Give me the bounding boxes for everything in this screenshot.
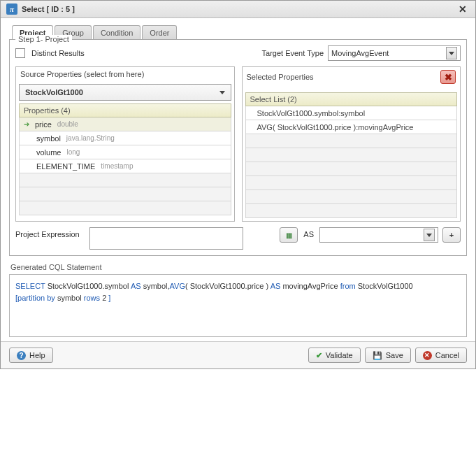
select-list-header: Select List (2) [245, 92, 458, 106]
calculator-icon: ▦ [286, 231, 292, 239]
property-type: timestamp [101, 162, 133, 170]
properties-header: Properties (4) [19, 103, 231, 117]
source-property-row[interactable]: ELEMENT_TIMEtimestamp [19, 159, 231, 173]
distinct-checkbox[interactable] [15, 48, 25, 58]
chevron-down-icon [424, 229, 435, 241]
property-name: symbol [36, 134, 61, 143]
target-event-select[interactable]: MovingAvgEvent [328, 45, 461, 61]
source-select[interactable]: StockVolGt1000 [19, 84, 231, 101]
table-row [245, 162, 458, 176]
table-row [19, 187, 231, 201]
step-label: Step 1- Project [15, 35, 72, 43]
property-type: java.lang.String [66, 134, 115, 142]
chevron-down-icon [219, 91, 225, 94]
source-panel-title: Source Properties (select from here) [20, 70, 144, 78]
check-icon: ✔ [316, 351, 322, 360]
validate-label: Validate [326, 351, 353, 359]
property-name: volume [36, 148, 61, 157]
cql-statement: SELECT StockVolGt1000.symbol AS symbol,A… [9, 274, 467, 337]
project-expression-label: Project Expression [15, 227, 85, 238]
function-button[interactable]: ▦ [280, 227, 298, 243]
property-type: double [57, 120, 78, 128]
as-select[interactable] [319, 227, 438, 243]
selected-property-row[interactable]: AVG( StockVolGt1000.price ):movingAvgPri… [245, 120, 458, 134]
property-name: ELEMENT_TIME [36, 162, 95, 171]
distinct-label: Distinct Results [31, 49, 85, 57]
x-icon: ✖ [445, 72, 452, 83]
cancel-icon: ✕ [423, 351, 432, 360]
table-row [245, 134, 458, 148]
table-row [245, 176, 458, 190]
table-row [245, 148, 458, 162]
tab-order[interactable]: Order [142, 25, 177, 40]
table-row [245, 204, 458, 218]
chevron-down-icon [446, 47, 457, 59]
table-row [19, 173, 231, 187]
project-expression-input[interactable] [89, 227, 243, 250]
table-row [19, 201, 231, 215]
source-property-row[interactable]: symboljava.lang.String [19, 131, 231, 145]
cancel-button[interactable]: ✕ Cancel [415, 348, 467, 363]
validate-button[interactable]: ✔ Validate [308, 348, 361, 363]
selected-panel-title: Selected Properties [247, 73, 314, 81]
floppy-icon: 💾 [373, 351, 382, 360]
cancel-label: Cancel [435, 351, 459, 359]
help-button[interactable]: ? Help [9, 348, 53, 363]
target-event-label: Target Event Type [262, 49, 324, 57]
dialog-title: Select [ ID : 5 ] [22, 5, 75, 13]
selected-property-row[interactable]: StockVolGt1000.symbol:symbol [245, 106, 458, 120]
table-row [245, 190, 458, 204]
source-property-row[interactable]: ➔pricedouble [19, 117, 231, 131]
tab-condition[interactable]: Condition [93, 25, 140, 40]
close-icon[interactable]: ✕ [456, 3, 470, 15]
add-button[interactable]: + [442, 227, 461, 243]
as-label: AS [302, 227, 315, 238]
help-label: Help [29, 351, 45, 359]
help-icon: ? [17, 351, 26, 360]
delete-button[interactable]: ✖ [440, 70, 456, 84]
property-name: price [35, 120, 52, 129]
save-button[interactable]: 💾 Save [365, 348, 411, 363]
target-event-value: MovingAvgEvent [331, 49, 389, 57]
pi-icon: π [6, 3, 17, 15]
source-select-value: StockVolGt1000 [25, 88, 83, 96]
arrow-right-icon: ➔ [24, 120, 29, 128]
source-property-row[interactable]: volumelong [19, 145, 231, 159]
cql-label: Generated CQL Statement [10, 263, 467, 271]
property-type: long [66, 148, 80, 156]
save-label: Save [386, 351, 403, 359]
